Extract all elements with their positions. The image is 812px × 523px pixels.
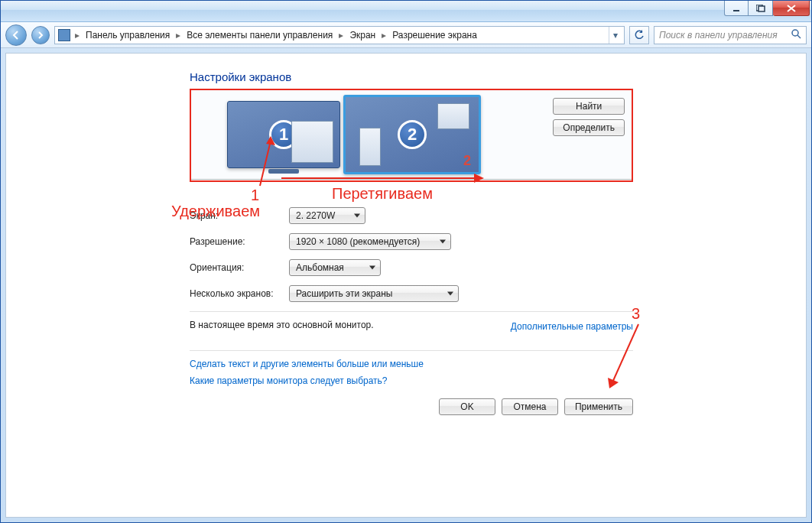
- svg-point-3: [792, 30, 798, 36]
- svg-rect-0: [733, 10, 739, 11]
- monitor-stand: [268, 169, 299, 174]
- window-controls: [724, 1, 811, 21]
- search-input[interactable]: Поиск в панели управления: [654, 26, 807, 44]
- address-bar[interactable]: ▸ Панель управления ▸ Все элементы панел…: [54, 26, 625, 44]
- refresh-button[interactable]: [629, 26, 649, 44]
- page-title: Настройки экранов: [190, 70, 633, 83]
- back-button[interactable]: [5, 24, 27, 46]
- window: ▸ Панель управления ▸ Все элементы панел…: [0, 0, 812, 523]
- screen-row: Экран: 2. 2270W: [190, 207, 633, 224]
- monitor-preview[interactable]: 1 2 2 Найти Определить: [190, 89, 633, 180]
- advanced-settings-link[interactable]: Дополнительные параметры: [511, 321, 633, 332]
- ok-button[interactable]: OK: [439, 398, 495, 415]
- forward-button[interactable]: [31, 26, 50, 44]
- monitor-window-icon: [359, 128, 381, 166]
- primary-monitor-status: В настоящее время это основной монитор.: [190, 320, 374, 330]
- navigation-bar: ▸ Панель управления ▸ Все элементы панел…: [1, 22, 811, 48]
- annotation-label: 2: [463, 153, 471, 169]
- search-placeholder: Поиск в панели управления: [659, 30, 778, 41]
- monitor-side-buttons: Найти Определить: [553, 98, 625, 136]
- resolution-row: Разрешение: 1920 × 1080 (рекомендуется): [190, 233, 633, 250]
- monitor-help-link[interactable]: Какие параметры монитора следует выбрать…: [190, 375, 633, 386]
- detect-button[interactable]: Определить: [553, 119, 625, 136]
- multiple-displays-dropdown[interactable]: Расширить эти экраны: [289, 285, 459, 302]
- dropdown-arrow-icon: [369, 266, 375, 270]
- dialog-buttons: OK Отмена Применить: [190, 398, 633, 415]
- monitor-2[interactable]: 2 2: [343, 95, 481, 174]
- multiple-displays-row: Несколько экранов: Расширить эти экраны: [190, 285, 633, 302]
- find-button[interactable]: Найти: [553, 98, 625, 115]
- chevron-right-icon: ▸: [380, 30, 388, 41]
- status-row: В настоящее время это основной монитор. …: [190, 312, 633, 341]
- address-dropdown[interactable]: ▾: [609, 27, 621, 44]
- maximize-button[interactable]: [749, 1, 773, 16]
- close-button[interactable]: [773, 1, 810, 16]
- search-icon: [791, 28, 801, 41]
- resolution-label: Разрешение:: [190, 236, 289, 247]
- orientation-dropdown[interactable]: Альбомная: [289, 259, 381, 276]
- breadcrumb-item[interactable]: Все элементы панели управления: [185, 30, 334, 41]
- orientation-label: Ориентация:: [190, 262, 289, 273]
- titlebar: [1, 1, 811, 22]
- monitor-number: 2: [398, 120, 427, 149]
- chevron-right-icon: ▸: [174, 30, 182, 41]
- resolution-value: 1920 × 1080 (рекомендуется): [296, 236, 420, 247]
- orientation-row: Ориентация: Альбомная: [190, 259, 633, 276]
- monitor-1[interactable]: 1: [227, 101, 340, 168]
- apply-button[interactable]: Применить: [564, 398, 633, 415]
- chevron-right-icon: ▸: [337, 30, 345, 41]
- control-panel-icon: [58, 29, 70, 41]
- cancel-button[interactable]: Отмена: [502, 398, 558, 415]
- text-size-link[interactable]: Сделать текст и другие элементы больше и…: [190, 359, 633, 369]
- multiple-displays-label: Несколько экранов:: [190, 288, 289, 299]
- chevron-right-icon: ▸: [73, 30, 81, 41]
- monitor-window-icon: [291, 121, 333, 163]
- minimize-button[interactable]: [724, 1, 749, 16]
- client-area: Настройки экранов 1 2 2 Найти Определить: [5, 53, 807, 518]
- monitor-window-icon: [437, 103, 469, 129]
- dropdown-arrow-icon: [440, 240, 446, 244]
- resolution-dropdown[interactable]: 1920 × 1080 (рекомендуется): [289, 233, 451, 250]
- breadcrumb-item[interactable]: Экран: [348, 30, 377, 41]
- dropdown-arrow-icon: [447, 292, 453, 296]
- svg-line-4: [797, 35, 801, 38]
- dropdown-arrow-icon: [354, 214, 360, 218]
- orientation-value: Альбомная: [296, 262, 344, 273]
- screen-value: 2. 2270W: [296, 210, 335, 221]
- svg-rect-2: [758, 6, 765, 11]
- content: Настройки экранов 1 2 2 Найти Определить: [190, 70, 633, 415]
- multiple-displays-value: Расширить эти экраны: [296, 288, 392, 299]
- screen-label: Экран:: [190, 210, 289, 221]
- screen-dropdown[interactable]: 2. 2270W: [289, 207, 365, 224]
- breadcrumb-item[interactable]: Панель управления: [84, 30, 171, 41]
- breadcrumb-item[interactable]: Разрешение экрана: [391, 30, 479, 41]
